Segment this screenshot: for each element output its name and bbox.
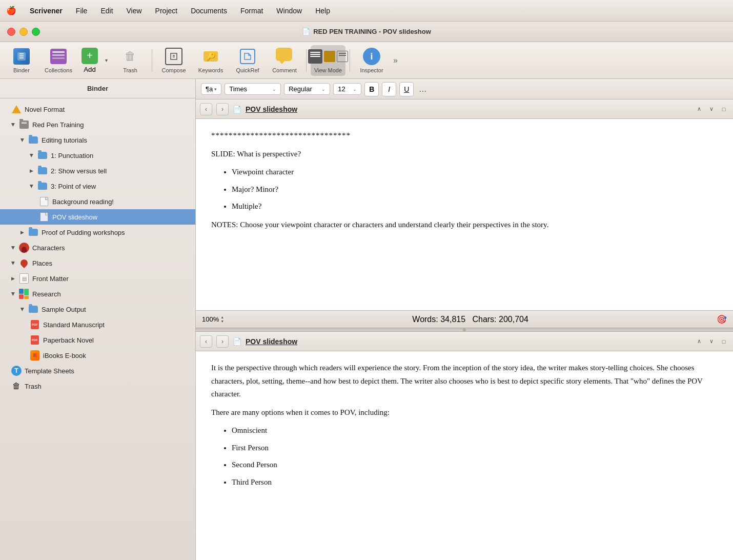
quickref-icon xyxy=(240,49,255,64)
zoom-control[interactable]: 100% ▲ ▼ xyxy=(202,315,224,323)
title-icon: 📄 xyxy=(302,28,310,35)
toolbar-more-button[interactable]: » xyxy=(391,54,400,67)
binder-item-background-reading[interactable]: Background reading! xyxy=(0,194,195,209)
binder-label: Binder xyxy=(13,67,30,73)
binder-content[interactable]: Novel Format ▶ Red Pen Training ▶ xyxy=(0,98,195,560)
paperback-novel-icon: PDF xyxy=(30,335,40,345)
top-maximize[interactable]: □ xyxy=(719,104,729,114)
comment-button[interactable]: Comment xyxy=(267,45,302,76)
zoom-window-button[interactable] xyxy=(32,28,40,36)
split-divider[interactable] xyxy=(196,328,733,332)
menu-documents[interactable]: Documents xyxy=(189,6,229,16)
bottom-back-button[interactable]: ‹ xyxy=(200,335,212,348)
binder-item-proof-of-pudding[interactable]: ▶ Proof of Pudding workshops xyxy=(0,225,195,240)
menu-edit[interactable]: Edit xyxy=(98,6,115,16)
menu-scrivener[interactable]: Scrivener xyxy=(28,6,65,16)
triangle-red-pen: ▶ xyxy=(11,123,16,127)
outline-icon xyxy=(337,51,348,62)
top-collapse-down[interactable]: ∨ xyxy=(706,104,717,114)
trash-button[interactable]: 🗑 Trash xyxy=(113,45,148,76)
viewmode-button[interactable]: View Mode xyxy=(311,45,345,76)
triangle-editing: ▶ xyxy=(20,138,25,142)
quickref-button[interactable]: QuickRef xyxy=(230,45,265,76)
binder-button[interactable]: Binder xyxy=(4,45,39,76)
binder-item-punctuation[interactable]: ▶ 1: Punctuation xyxy=(0,148,195,163)
binder-item-editing-tutorials[interactable]: ▶ Editing tutorials xyxy=(0,132,195,148)
binder-item-show-tell[interactable]: ▶ 2: Show versus tell xyxy=(0,163,195,178)
top-back-button[interactable]: ‹ xyxy=(200,103,212,115)
compose-button[interactable]: Compose xyxy=(156,45,191,76)
binder-item-characters[interactable]: ▶ Characters xyxy=(0,240,195,255)
paragraph-style-button[interactable]: ¶a ▾ xyxy=(201,83,221,95)
binder-label-point-of-view: 3: Point of view xyxy=(51,183,191,190)
binder-icon xyxy=(13,48,30,65)
font-selector[interactable]: Times ⌄ xyxy=(225,83,281,95)
menu-help[interactable]: Help xyxy=(313,6,332,16)
menu-format[interactable]: Format xyxy=(238,6,265,16)
binder-item-template-sheets[interactable]: T Template Sheets xyxy=(0,363,195,378)
style-chevron: ⌄ xyxy=(321,87,325,92)
trash-label: Trash xyxy=(123,67,137,73)
underline-button[interactable]: U xyxy=(399,82,414,96)
zoom-stepper[interactable]: ▲ ▼ xyxy=(220,315,224,323)
bold-button[interactable]: B xyxy=(364,82,379,96)
binder-panel: Binder Novel Format ▶ xyxy=(0,79,196,560)
size-value: 12 xyxy=(338,85,345,93)
binder-item-sample-output[interactable]: ▶ Sample Output xyxy=(0,302,195,317)
add-icon: + xyxy=(82,48,98,64)
binder-item-red-pen-training[interactable]: ▶ Red Pen Training xyxy=(0,117,195,132)
binder-label-background-reading: Background reading! xyxy=(52,198,191,206)
add-main-button[interactable]: + Add xyxy=(78,45,101,76)
zoom-down[interactable]: ▼ xyxy=(220,319,224,324)
top-editor-pane: ‹ › 📄 POV slideshow ∧ ∨ □ **************… xyxy=(196,99,733,328)
binder-item-trash[interactable]: 🗑 Trash xyxy=(0,378,195,394)
binder-item-front-matter[interactable]: ▶ ▤ Front Matter xyxy=(0,271,195,286)
collections-button[interactable]: Collections xyxy=(41,45,76,76)
binder-item-research[interactable]: ▶ Research xyxy=(0,286,195,302)
inspector-button[interactable]: i Inspector xyxy=(354,45,389,76)
keywords-button[interactable]: 🔑 Keywords xyxy=(193,45,228,76)
bottom-forward-button[interactable]: › xyxy=(216,335,229,348)
add-button-group[interactable]: + Add ▾ xyxy=(78,45,111,76)
binder-item-ibooks-ebook[interactable]: 📕 iBooks E-book xyxy=(0,348,195,363)
size-selector[interactable]: 12 ⌄ xyxy=(333,83,361,95)
binder-item-paperback-novel[interactable]: PDF Paperback Novel xyxy=(0,332,195,348)
menu-project[interactable]: Project xyxy=(153,6,180,16)
add-dropdown-button[interactable]: ▾ xyxy=(101,45,111,76)
bottom-collapse-down[interactable]: ∨ xyxy=(706,336,717,347)
bottom-maximize[interactable]: □ xyxy=(719,336,729,347)
top-forward-button[interactable]: › xyxy=(216,103,229,115)
italic-button[interactable]: I xyxy=(382,82,396,96)
binder-label-pov-slideshow: POV slideshow xyxy=(52,213,191,221)
minimize-button[interactable] xyxy=(19,28,28,36)
binder-item-pov-slideshow[interactable]: POV slideshow xyxy=(0,209,195,225)
apple-menu[interactable]: 🍎 xyxy=(6,6,16,15)
binder-item-point-of-view[interactable]: ▶ 3: Point of view xyxy=(0,178,195,194)
menu-file[interactable]: File xyxy=(74,6,90,16)
binder-label-ibooks-ebook: iBooks E-book xyxy=(43,352,191,359)
format-more-button[interactable]: ... xyxy=(417,84,429,94)
top-doc-icon: 📄 xyxy=(233,105,241,113)
top-editor-content[interactable]: ******************************** SLIDE: … xyxy=(196,119,733,310)
top-collapse-up[interactable]: ∧ xyxy=(694,104,704,114)
template-sheets-icon: T xyxy=(11,366,22,376)
chevron-icon: ▾ xyxy=(105,57,108,63)
zoom-up[interactable]: ▲ xyxy=(220,315,224,319)
binder-label-standard-manuscript: Standard Manuscript xyxy=(43,321,191,329)
triangle-show-tell: ▶ xyxy=(30,168,33,173)
binder-item-novel-format[interactable]: Novel Format xyxy=(0,102,195,117)
close-button[interactable] xyxy=(7,28,15,36)
binder-item-standard-manuscript[interactable]: PDF Standard Manuscript xyxy=(0,317,195,332)
bottom-collapse-up[interactable]: ∧ xyxy=(694,336,704,347)
footer-spacer: Words: 34,815 Chars: 200,704 xyxy=(228,315,712,324)
research-icon xyxy=(19,289,29,299)
menu-view[interactable]: View xyxy=(125,6,144,16)
target-icon[interactable]: 🎯 xyxy=(717,314,727,324)
bottom-editor-content[interactable]: It is the perspective through which read… xyxy=(196,351,733,560)
keywords-label: Keywords xyxy=(198,67,223,73)
style-selector[interactable]: Regular ⌄ xyxy=(284,83,330,95)
binder-item-places[interactable]: ▶ Places xyxy=(0,255,195,271)
menu-window[interactable]: Window xyxy=(274,6,304,16)
top-editor-header: ‹ › 📄 POV slideshow ∧ ∨ □ xyxy=(196,99,733,119)
comment-icon xyxy=(276,48,293,65)
